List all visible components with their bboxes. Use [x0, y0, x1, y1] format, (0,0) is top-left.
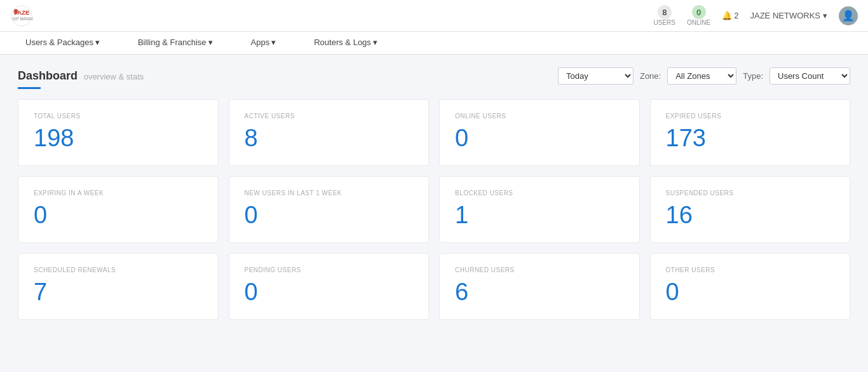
stat-card-value: 16: [666, 203, 835, 227]
stat-card-value: 1: [455, 203, 624, 227]
nav-users-packages-label: Users & Packages: [25, 38, 93, 47]
stat-card-value: 0: [245, 203, 414, 227]
stat-card-label: ONLINE USERS: [455, 113, 624, 120]
stat-card: EXPIRED USERS173: [650, 99, 851, 166]
nav-apps-arrow: ▾: [271, 38, 276, 47]
nav-users-packages-arrow: ▾: [95, 38, 100, 47]
date-filter[interactable]: Today Yesterday This Week This Month Las…: [558, 67, 634, 85]
online-label: ONLINE: [687, 19, 710, 26]
stat-card: ACTIVE USERS8: [229, 99, 430, 166]
bell-icon: 🔔: [722, 11, 732, 20]
nav-routers-logs-label: Routers & Logs: [314, 38, 371, 47]
notifications-bell[interactable]: 🔔 2: [722, 11, 738, 20]
logo: JAZE ISP MANAGER: [10, 4, 33, 27]
navbar: Users & Packages ▾ Billing & Franchise ▾…: [0, 32, 868, 55]
stat-card-label: BLOCKED USERS: [455, 189, 624, 196]
stat-card-label: SUSPENDED USERS: [666, 189, 835, 196]
stat-card-value: 0: [34, 203, 203, 227]
nav-users-packages[interactable]: Users & Packages ▾: [25, 32, 100, 54]
stat-card-value: 173: [666, 126, 835, 150]
stat-card: BLOCKED USERS1: [439, 176, 640, 243]
stat-card-value: 198: [34, 126, 203, 150]
stat-card-label: NEW USERS IN LAST 1 WEEK: [245, 189, 414, 196]
stat-card-label: PENDING USERS: [245, 266, 414, 273]
stat-card: SCHEDULED RENEWALS7: [18, 253, 219, 320]
main-content: Dashboard overview & stats Today Yesterd…: [0, 55, 868, 333]
stat-card-label: EXPIRING IN A WEEK: [34, 189, 203, 196]
nav-routers-logs-arrow: ▾: [373, 38, 377, 47]
networks-menu[interactable]: JAZE NETWORKS ▾: [750, 11, 827, 20]
stat-card-label: SCHEDULED RENEWALS: [34, 266, 203, 273]
stat-card: PENDING USERS0: [229, 253, 430, 320]
stat-card-value: 0: [455, 126, 624, 150]
online-count: 0: [692, 5, 706, 19]
user-avatar[interactable]: 👤: [839, 6, 858, 25]
bell-count: 2: [734, 11, 738, 20]
stat-card-value: 8: [245, 126, 414, 150]
users-label: USERS: [654, 19, 675, 26]
zone-filter[interactable]: All Zones: [667, 67, 736, 85]
nav-billing-franchise-label: Billing & Franchise: [138, 38, 207, 47]
jaze-logo-icon: JAZE ISP MANAGER: [10, 4, 33, 27]
dashboard-title: Dashboard: [18, 69, 78, 82]
stat-card: OTHER USERS0: [650, 253, 851, 320]
header-right: 8 USERS 0 ONLINE 🔔 2 JAZE NETWORKS ▾ 👤: [654, 5, 858, 26]
online-stat: 0 ONLINE: [687, 5, 710, 26]
type-filter[interactable]: Users Count Revenue Data Usage: [770, 67, 850, 85]
stat-card-value: 7: [34, 280, 203, 304]
dashboard-subtitle: overview & stats: [84, 72, 144, 81]
stat-card: NEW USERS IN LAST 1 WEEK0: [229, 176, 430, 243]
header: JAZE ISP MANAGER 8 USERS 0 ONLINE 🔔 2 JA…: [0, 0, 868, 32]
title-underline: [18, 87, 41, 89]
dashboard-title-area: Dashboard overview & stats: [18, 69, 144, 83]
users-stat: 8 USERS: [654, 5, 675, 26]
nav-routers-logs[interactable]: Routers & Logs ▾: [314, 32, 377, 54]
stat-card-label: OTHER USERS: [666, 266, 835, 273]
stat-card: SUSPENDED USERS16: [650, 176, 851, 243]
stat-card-value: 0: [245, 280, 414, 304]
networks-label: JAZE NETWORKS: [750, 11, 820, 20]
filters-area: Today Yesterday This Week This Month Las…: [558, 67, 850, 85]
stat-card-label: TOTAL USERS: [34, 113, 203, 120]
nav-apps[interactable]: Apps ▾: [251, 32, 276, 54]
stat-card: CHURNED USERS6: [439, 253, 640, 320]
zone-filter-label: Zone:: [640, 71, 661, 81]
stat-card: ONLINE USERS0: [439, 99, 640, 166]
stats-grid: TOTAL USERS198ACTIVE USERS8ONLINE USERS0…: [18, 99, 850, 320]
chevron-down-icon: ▾: [823, 11, 827, 20]
stat-card-value: 6: [455, 280, 624, 304]
users-count: 8: [658, 5, 672, 19]
stat-card-value: 0: [666, 280, 835, 304]
stat-card: EXPIRING IN A WEEK0: [18, 176, 219, 243]
stat-card-label: EXPIRED USERS: [666, 113, 835, 120]
nav-billing-franchise[interactable]: Billing & Franchise ▾: [138, 32, 213, 54]
nav-billing-franchise-arrow: ▾: [208, 38, 213, 47]
type-filter-label: Type:: [743, 71, 763, 81]
stat-card: TOTAL USERS198: [18, 99, 219, 166]
dashboard-header: Dashboard overview & stats Today Yesterd…: [18, 67, 850, 85]
stat-card-label: ACTIVE USERS: [245, 113, 414, 120]
stat-card-label: CHURNED USERS: [455, 266, 624, 273]
svg-text:ISP MANAGER: ISP MANAGER: [13, 17, 33, 21]
nav-apps-label: Apps: [251, 38, 270, 47]
avatar-icon: 👤: [842, 10, 855, 22]
